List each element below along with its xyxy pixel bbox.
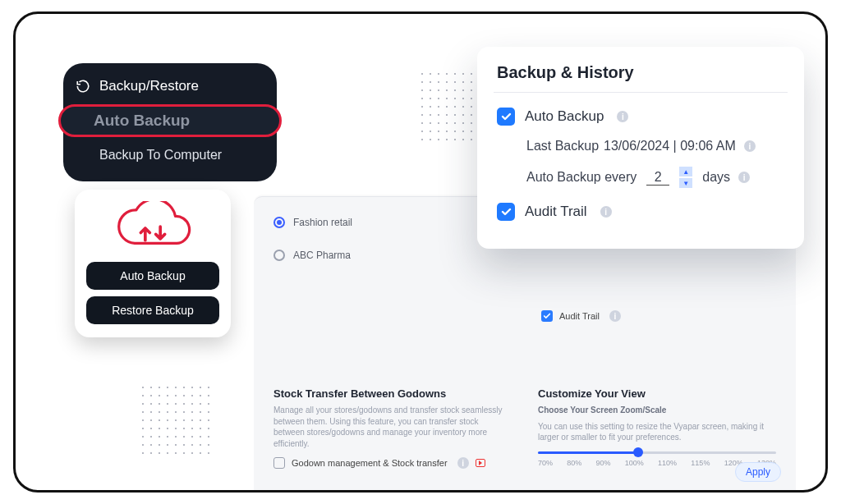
button-label: Auto Backup [120, 269, 185, 282]
stepper-down-icon[interactable]: ▼ [679, 178, 692, 188]
info-icon[interactable]: i [738, 172, 750, 183]
godown-checkbox[interactable]: Godown management & Stock transfer i [273, 457, 512, 469]
menu-item-auto-backup[interactable]: Auto Backup [58, 104, 282, 137]
menu-item-label: Backup To Computer [99, 148, 222, 163]
decorative-dots [139, 383, 209, 454]
interval-stepper[interactable]: ▲ ▼ [679, 167, 692, 188]
stepper-up-icon[interactable]: ▲ [679, 167, 692, 176]
cloud-backup-card: Auto Backup Restore Backup [75, 190, 231, 337]
section-subtitle: Choose Your Screen Zoom/Scale [538, 405, 776, 416]
card-title: Backup & History [497, 63, 784, 82]
tick: 110% [658, 459, 677, 467]
last-backup-prefix: Last Backup [526, 139, 599, 153]
checkbox-label: Audit Trail [525, 204, 587, 220]
divider [494, 92, 788, 93]
checkbox-unchecked-icon [273, 457, 285, 469]
backup-interval-row: Auto Backup every 2 ▲ ▼ days i [497, 167, 784, 188]
button-label: Restore Backup [112, 304, 194, 317]
menu-item-backup-to-computer[interactable]: Backup To Computer [63, 139, 277, 172]
tick: 80% [567, 459, 581, 467]
interval-value-input[interactable]: 2 [646, 170, 669, 186]
auto-backup-checkbox[interactable]: Auto Backup i [497, 108, 784, 126]
stock-transfer-section: Stock Transfer Between Godowns Manage al… [273, 266, 512, 469]
last-backup-row: Last Backup 13/06/2024 | 09:06 AM i [497, 139, 784, 153]
info-icon[interactable]: i [600, 206, 612, 218]
menu-header[interactable]: Backup/Restore [63, 70, 277, 103]
checkbox-checked-icon [497, 108, 515, 126]
tick: 90% [596, 459, 611, 467]
restore-icon [75, 78, 91, 94]
zoom-slider[interactable] [538, 451, 776, 454]
interval-suffix: days [702, 170, 730, 185]
slider-fill [538, 451, 638, 454]
customize-view-section: Customize Your View Choose Your Screen Z… [538, 266, 776, 469]
tick: 100% [625, 459, 644, 467]
info-icon: i [457, 457, 469, 469]
menu-header-label: Backup/Restore [99, 78, 199, 94]
section-description: You can use this setting to resize the V… [538, 421, 776, 443]
restore-backup-button[interactable]: Restore Backup [86, 296, 219, 324]
company-label: Fashion retail [293, 217, 352, 228]
video-icon[interactable] [476, 459, 485, 467]
interval-prefix: Auto Backup every [526, 170, 636, 185]
section-description: Manage all your stores/godowns and trans… [273, 405, 512, 449]
button-label: Apply [746, 466, 770, 478]
section-title: Stock Transfer Between Godowns [273, 387, 512, 400]
tick: 115% [691, 459, 710, 467]
checkbox-label: Godown management & Stock transfer [292, 458, 448, 468]
backup-history-card: Backup & History Auto Backup i Last Back… [477, 47, 804, 249]
auto-backup-button[interactable]: Auto Backup [86, 262, 219, 290]
cloud-upload-icon [108, 201, 198, 255]
audit-trail-checkbox[interactable]: Audit Trail i [497, 203, 784, 221]
slider-thumb[interactable] [633, 447, 643, 457]
backup-menu: Backup/Restore Auto Backup Backup To Com… [63, 63, 277, 181]
apply-button[interactable]: Apply [735, 462, 781, 482]
tick: 70% [538, 459, 553, 467]
last-backup-value: 13/06/2024 | 09:06 AM [604, 139, 736, 153]
info-icon[interactable]: i [744, 140, 756, 152]
checkbox-checked-icon [497, 203, 515, 221]
radio-checked-icon [273, 217, 285, 228]
radio-unchecked-icon [273, 250, 285, 261]
section-title: Customize Your View [538, 387, 776, 400]
checkbox-label: Auto Backup [525, 108, 604, 125]
info-icon[interactable]: i [617, 111, 628, 122]
menu-item-label: Auto Backup [94, 112, 190, 130]
company-label: ABC Pharma [293, 250, 351, 261]
